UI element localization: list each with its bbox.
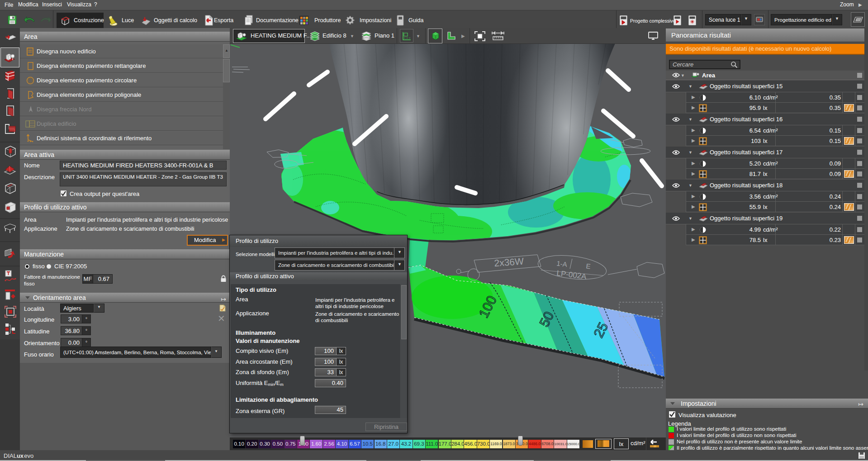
svg-text:E: E [586,262,591,270]
svg-text:2x36W: 2x36W [494,256,524,268]
svg-text:1-A: 1-A [556,259,568,268]
